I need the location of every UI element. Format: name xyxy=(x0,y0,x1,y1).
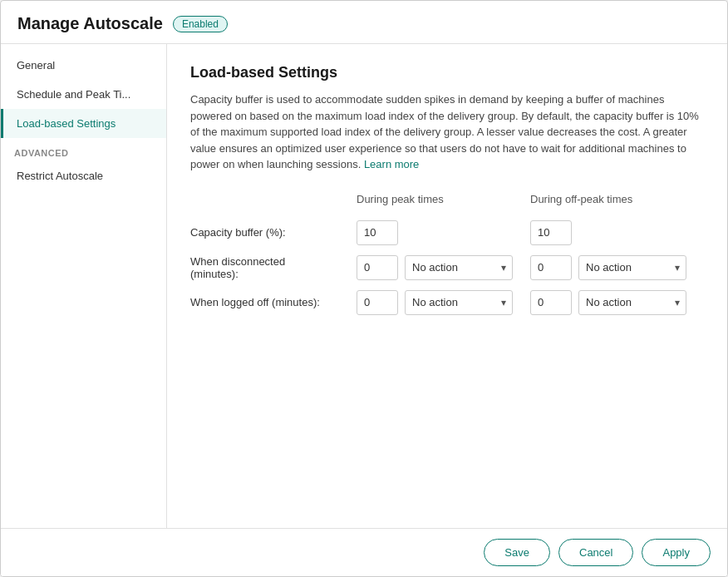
sidebar: General Schedule and Peak Ti... Load-bas… xyxy=(1,44,167,528)
content-area: General Schedule and Peak Ti... Load-bas… xyxy=(1,44,727,528)
loggedoff-offpeak-action-select[interactable]: No action Suspend Shut down xyxy=(578,290,686,315)
main-content: Load-based Settings Capacity buffer is u… xyxy=(167,44,727,528)
col-offpeak-header: During off-peak times xyxy=(530,193,704,215)
capacity-buffer-offpeak-input[interactable] xyxy=(530,220,572,245)
col-label-header xyxy=(190,193,357,215)
capacity-buffer-peak-input[interactable] xyxy=(357,220,398,245)
sidebar-item-restrict-autoscale[interactable]: Restrict Autoscale xyxy=(1,161,166,190)
row-label-capacity-buffer: Capacity buffer (%): xyxy=(190,215,357,250)
title-bar: Manage Autoscale Enabled xyxy=(1,1,727,44)
enabled-badge: Enabled xyxy=(173,16,228,32)
disconnected-offpeak-minutes-input[interactable] xyxy=(530,255,572,280)
window-title: Manage Autoscale xyxy=(17,14,163,33)
row-offpeak-capacity xyxy=(530,215,704,250)
sidebar-advanced-header: ADVANCED xyxy=(1,138,166,161)
sidebar-item-load-based[interactable]: Load-based Settings xyxy=(1,109,166,138)
loggedoff-peak-minutes-input[interactable] xyxy=(357,290,398,315)
disconnected-peak-minutes-input[interactable] xyxy=(357,255,398,280)
table-header-row: During peak times During off-peak times xyxy=(190,193,704,215)
loggedoff-peak-action-wrapper: No action Suspend Shut down xyxy=(405,290,513,315)
sidebar-item-general[interactable]: General xyxy=(1,51,166,80)
disconnected-peak-action-wrapper: No action Suspend Shut down xyxy=(405,255,513,280)
disconnected-offpeak-action-wrapper: No action Suspend Shut down xyxy=(578,255,686,280)
table-row: When logged off (minutes): No action Sus… xyxy=(190,285,704,320)
row-label-disconnected: When disconnected(minutes): xyxy=(190,250,357,285)
apply-button[interactable]: Apply xyxy=(642,539,711,566)
row-peak-disconnected: No action Suspend Shut down xyxy=(357,250,530,285)
main-window: Manage Autoscale Enabled General Schedul… xyxy=(0,0,728,577)
row-offpeak-loggedoff: No action Suspend Shut down xyxy=(530,285,704,320)
table-row: Capacity buffer (%): xyxy=(190,215,704,250)
table-row: When disconnected(minutes): No action Su… xyxy=(190,250,704,285)
col-peak-header: During peak times xyxy=(357,193,530,215)
page-title: Load-based Settings xyxy=(190,64,704,81)
footer: Save Cancel Apply xyxy=(1,528,727,576)
settings-table: During peak times During off-peak times … xyxy=(190,193,704,320)
description-text: Capacity buffer is used to accommodate s… xyxy=(190,91,704,173)
loggedoff-offpeak-action-wrapper: No action Suspend Shut down xyxy=(578,290,686,315)
learn-more-link[interactable]: Learn more xyxy=(364,158,419,170)
loggedoff-peak-action-select[interactable]: No action Suspend Shut down xyxy=(405,290,513,315)
row-label-loggedoff: When logged off (minutes): xyxy=(190,285,357,320)
sidebar-item-schedule-peak[interactable]: Schedule and Peak Ti... xyxy=(1,80,166,109)
row-peak-loggedoff: No action Suspend Shut down xyxy=(357,285,530,320)
row-offpeak-disconnected: No action Suspend Shut down xyxy=(530,250,704,285)
cancel-button[interactable]: Cancel xyxy=(558,539,633,566)
loggedoff-offpeak-minutes-input[interactable] xyxy=(530,290,572,315)
disconnected-offpeak-action-select[interactable]: No action Suspend Shut down xyxy=(578,255,686,280)
disconnected-peak-action-select[interactable]: No action Suspend Shut down xyxy=(405,255,513,280)
row-peak-capacity xyxy=(357,215,530,250)
save-button[interactable]: Save xyxy=(484,539,550,566)
